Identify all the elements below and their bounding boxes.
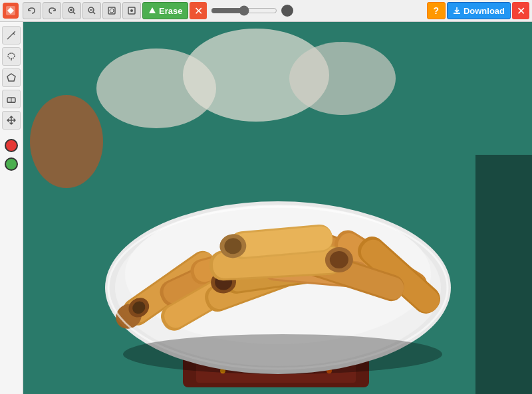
move-tool[interactable] xyxy=(2,111,21,130)
svg-point-22 xyxy=(289,42,396,115)
cancel-erase-button[interactable]: ✕ xyxy=(190,2,207,19)
help-button[interactable]: ? xyxy=(427,2,446,19)
color-green[interactable] xyxy=(5,157,18,171)
download-button[interactable]: Download xyxy=(447,2,511,19)
help-label: ? xyxy=(434,5,440,16)
brush-preview xyxy=(281,5,293,17)
svg-point-11 xyxy=(130,9,133,12)
polygon-tool[interactable] xyxy=(2,68,21,87)
food-image xyxy=(23,22,532,394)
color-red[interactable] xyxy=(5,139,18,152)
svg-marker-15 xyxy=(7,74,15,81)
undo-button[interactable] xyxy=(23,2,41,19)
main-area xyxy=(0,22,532,394)
canvas-area[interactable] xyxy=(23,22,532,394)
brush-size-control xyxy=(211,5,293,17)
erase-label: Erase xyxy=(159,6,182,16)
lasso-tool[interactable] xyxy=(2,47,21,66)
erase-button[interactable]: Erase xyxy=(142,2,188,19)
left-sidebar xyxy=(0,22,23,394)
svg-line-4 xyxy=(73,12,75,14)
toolbar: Erase ✕ ? Download ✕ xyxy=(0,0,532,22)
zoom-in-button[interactable] xyxy=(63,2,81,19)
pencil-tool[interactable] xyxy=(2,26,21,45)
app-logo xyxy=(3,3,19,19)
eraser-tool[interactable] xyxy=(2,90,21,108)
zoom-fit-button[interactable] xyxy=(102,2,121,19)
svg-point-14 xyxy=(8,53,15,58)
svg-point-23 xyxy=(30,95,103,188)
svg-line-7 xyxy=(93,12,95,14)
zoom-out-button[interactable] xyxy=(82,2,101,19)
svg-point-9 xyxy=(110,9,114,13)
cancel-label: ✕ xyxy=(194,5,203,17)
close-label: ✕ xyxy=(517,5,525,17)
brush-size-slider[interactable] xyxy=(211,5,277,16)
svg-point-72 xyxy=(123,334,442,374)
redo-button[interactable] xyxy=(43,2,61,19)
close-button[interactable]: ✕ xyxy=(512,2,529,19)
download-label: Download xyxy=(464,6,505,16)
svg-rect-73 xyxy=(475,155,532,394)
svg-marker-12 xyxy=(149,7,156,13)
svg-rect-13 xyxy=(454,13,460,14)
zoom-fill-button[interactable] xyxy=(122,2,141,19)
